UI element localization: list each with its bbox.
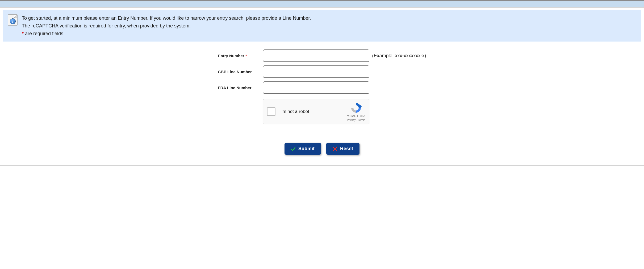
fda-line-number-input[interactable] xyxy=(263,81,369,94)
reset-button[interactable]: Reset xyxy=(326,143,359,155)
info-text: To get started, at a minimum please ente… xyxy=(22,14,311,37)
info-required-note: * are required fields xyxy=(22,30,311,38)
entry-number-hint: (Example: xxx-xxxxxxx-x) xyxy=(372,53,426,59)
recaptcha-terms-link[interactable]: Terms xyxy=(358,119,365,121)
bottom-divider xyxy=(0,165,644,166)
fda-line-number-label: FDA Line Number xyxy=(218,85,263,90)
search-form: Entry Number * (Example: xxx-xxxxxxx-x) … xyxy=(0,47,644,163)
info-icon: i xyxy=(8,14,18,26)
top-banner-strip xyxy=(0,0,644,7)
info-line-2: The reCAPTCHA verification is required f… xyxy=(22,22,311,30)
recaptcha-label: I'm not a robot xyxy=(280,109,309,114)
recaptcha-link-sep: - xyxy=(356,119,358,121)
submit-button-label: Submit xyxy=(298,146,315,152)
recaptcha-privacy-link[interactable]: Privacy xyxy=(347,119,356,121)
reset-button-label: Reset xyxy=(340,146,353,152)
recaptcha-checkbox[interactable] xyxy=(267,107,275,116)
cbp-line-number-label: CBP Line Number xyxy=(218,70,263,74)
entry-number-row: Entry Number * (Example: xxx-xxxxxxx-x) xyxy=(218,50,426,62)
cbp-line-number-input[interactable] xyxy=(263,66,369,78)
close-icon xyxy=(333,146,337,151)
recaptcha-brand: reCAPTCHA xyxy=(347,114,366,118)
recaptcha-row: I'm not a robot reCAPTCHA Privacy - Term… xyxy=(218,99,426,124)
recaptcha-links: Privacy - Terms xyxy=(347,119,365,121)
fda-line-number-row: FDA Line Number (Example: xxx-xxxxxxx-x) xyxy=(218,81,426,94)
recaptcha-widget: I'm not a robot reCAPTCHA Privacy - Term… xyxy=(263,99,369,124)
submit-button[interactable]: Submit xyxy=(285,143,321,155)
required-fields-text: are required fields xyxy=(24,31,63,36)
button-row: Submit Reset xyxy=(0,143,644,155)
entry-number-input[interactable] xyxy=(263,50,369,62)
info-banner: i To get started, at a minimum please en… xyxy=(3,10,641,42)
info-line-1: To get started, at a minimum please ente… xyxy=(22,14,311,22)
required-asterisk: * xyxy=(22,31,24,36)
check-icon xyxy=(291,146,296,151)
entry-number-label: Entry Number * xyxy=(218,54,263,58)
cbp-line-number-row: CBP Line Number (Example: xxx-xxxxxxx-x) xyxy=(218,66,426,78)
recaptcha-icon xyxy=(350,102,362,114)
required-asterisk: * xyxy=(245,54,247,58)
entry-number-label-text: Entry Number xyxy=(218,54,244,58)
